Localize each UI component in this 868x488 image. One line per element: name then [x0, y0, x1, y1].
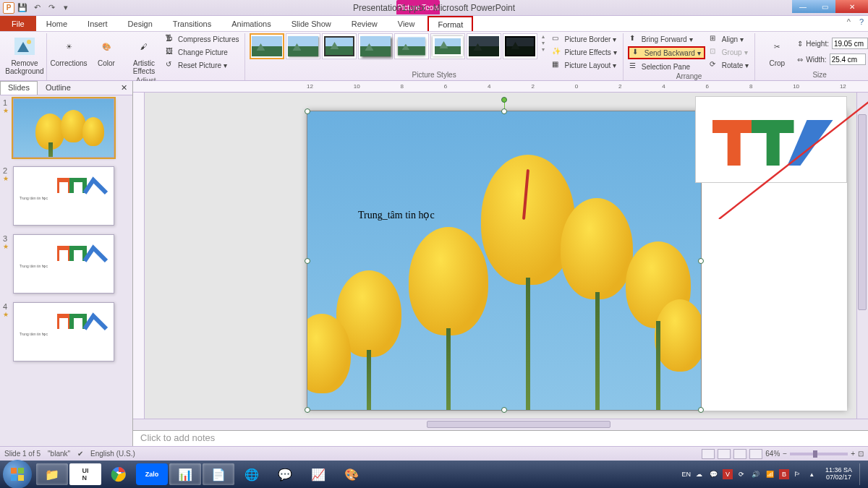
- picture-effects-button[interactable]: ✨Picture Effects ▾: [550, 46, 618, 58]
- maximize-button[interactable]: ▭: [814, 0, 835, 13]
- style-gallery-item[interactable]: [358, 33, 393, 59]
- selection-pane-button[interactable]: ☰Selection Pane: [628, 61, 705, 72]
- taskbar-paint-icon[interactable]: 🎨: [336, 463, 367, 485]
- notes-pane[interactable]: Click to add notes: [133, 430, 868, 446]
- slide-thumbnail[interactable]: Trung tâm tin học: [13, 166, 114, 226]
- taskbar-skype-icon[interactable]: 💬: [269, 463, 301, 485]
- tray-flag-icon[interactable]: 🏳: [792, 468, 804, 480]
- taskbar-excel-icon[interactable]: 📈: [302, 463, 334, 485]
- slide-thumbnail[interactable]: [13, 98, 114, 158]
- tab-view[interactable]: View: [388, 16, 425, 31]
- tab-slideshow[interactable]: Slide Show: [281, 16, 341, 31]
- artistic-effects-button[interactable]: 🖌 Artistic Effects: [127, 33, 161, 77]
- slide-thumbnail[interactable]: Trung tâm tin học: [13, 302, 114, 361]
- change-picture-button[interactable]: 🖼Change Picture: [164, 46, 240, 58]
- thumb-row[interactable]: 2★ Trung tâm tin học: [3, 166, 129, 226]
- help-icon[interactable]: ?: [855, 16, 868, 31]
- tray-v-icon[interactable]: V: [723, 469, 733, 479]
- horizontal-scrollbar[interactable]: [133, 419, 868, 430]
- undo-icon[interactable]: ↶: [30, 1, 43, 14]
- corrections-button[interactable]: ☀ Corrections: [51, 33, 86, 69]
- style-gallery-item[interactable]: [286, 33, 320, 59]
- slide-thumbnail[interactable]: Trung tâm tin học: [13, 234, 114, 294]
- app-icon[interactable]: P: [3, 2, 14, 14]
- reset-picture-button[interactable]: ↺Reset Picture ▾: [164, 59, 240, 71]
- picture-layout-button[interactable]: ▦Picture Layout ▾: [550, 59, 618, 71]
- color-button[interactable]: 🎨 Color: [89, 33, 124, 69]
- tray-volume-icon[interactable]: 🔊: [750, 468, 762, 480]
- gallery-more-icon[interactable]: ▴▾▾: [542, 33, 545, 53]
- picture-border-button[interactable]: ▭Picture Border ▾: [550, 33, 618, 45]
- close-button[interactable]: ✕: [835, 0, 868, 13]
- style-gallery-item[interactable]: [467, 33, 501, 59]
- start-button[interactable]: [3, 460, 32, 488]
- thumb-row[interactable]: 1★: [3, 98, 129, 158]
- thumb-row[interactable]: 4★ Trung tâm tin học: [3, 302, 129, 361]
- panel-close-icon[interactable]: ✕: [116, 81, 132, 95]
- tab-design[interactable]: Design: [118, 16, 163, 31]
- slide-canvas[interactable]: Trung_tâm tin học: [307, 111, 847, 411]
- tab-home[interactable]: Home: [36, 16, 77, 31]
- thumb-row[interactable]: 3★ Trung tâm tin học: [3, 234, 129, 294]
- taskbar-clock[interactable]: 11:36 SA 07/02/17: [821, 467, 856, 481]
- canvas-area[interactable]: Trung_tâm tin học: [133, 93, 868, 419]
- logo-image[interactable]: [695, 96, 847, 183]
- style-gallery-item[interactable]: [503, 33, 537, 59]
- tray-cloud-icon[interactable]: ☁: [694, 468, 705, 480]
- taskbar-zalo-icon[interactable]: Zalo: [136, 463, 168, 485]
- group-button[interactable]: ⊡Group ▾: [708, 46, 750, 58]
- tab-review[interactable]: Review: [341, 16, 388, 31]
- resize-handle[interactable]: [698, 407, 704, 413]
- save-icon[interactable]: 💾: [16, 1, 29, 14]
- zoom-in-button[interactable]: +: [851, 450, 855, 458]
- taskbar-unikey-icon[interactable]: UIN: [69, 463, 101, 485]
- taskbar-explorer-icon[interactable]: 📁: [36, 463, 68, 485]
- fit-to-window-button[interactable]: ⊡: [858, 450, 864, 458]
- resize-handle[interactable]: [305, 407, 310, 413]
- tab-file[interactable]: File: [0, 16, 36, 31]
- height-input[interactable]: [832, 38, 868, 49]
- taskbar-word-icon[interactable]: 📄: [203, 463, 234, 485]
- tab-format[interactable]: Format: [427, 16, 473, 31]
- lang-indicator[interactable]: EN: [681, 471, 691, 478]
- vertical-scrollbar[interactable]: [856, 93, 868, 419]
- resize-handle[interactable]: [305, 108, 310, 114]
- outline-tab[interactable]: Outline: [38, 81, 79, 95]
- bring-forward-button[interactable]: ⬆Bring Forward ▾: [628, 33, 705, 45]
- style-gallery-item[interactable]: [322, 33, 357, 59]
- minimize-button[interactable]: —: [792, 0, 814, 13]
- language-indicator[interactable]: English (U.S.): [90, 450, 135, 458]
- redo-icon[interactable]: ↷: [45, 1, 58, 14]
- spellcheck-icon[interactable]: ✔: [77, 450, 83, 458]
- remove-background-button[interactable]: Remove Background: [7, 33, 42, 77]
- reading-view-button[interactable]: [733, 449, 746, 459]
- ribbon-minimize-icon[interactable]: ^: [843, 16, 855, 31]
- normal-view-button[interactable]: [702, 449, 715, 459]
- sorter-view-button[interactable]: [718, 449, 731, 459]
- qat-dropdown-icon[interactable]: ▾: [59, 1, 72, 14]
- taskbar-chrome-icon[interactable]: [103, 463, 135, 485]
- style-gallery-item[interactable]: [250, 33, 284, 59]
- tray-update-icon[interactable]: ⟳: [736, 468, 747, 480]
- rotate-button[interactable]: ⟳Rotate ▾: [708, 59, 750, 71]
- taskbar-coccoc-icon[interactable]: 🌐: [236, 463, 268, 485]
- show-desktop-button[interactable]: [859, 463, 865, 485]
- zoom-slider[interactable]: [790, 453, 848, 455]
- send-backward-button[interactable]: ⬇Send Backward ▾: [628, 46, 705, 59]
- tray-network-icon[interactable]: 📶: [765, 468, 776, 480]
- tray-expand-icon[interactable]: ▴: [807, 468, 818, 480]
- compress-pictures-button[interactable]: 🗜Compress Pictures: [164, 33, 240, 45]
- tray-b-icon[interactable]: B: [779, 469, 789, 479]
- slides-tab[interactable]: Slides: [0, 81, 38, 95]
- resize-handle[interactable]: [698, 258, 704, 264]
- tab-animations[interactable]: Animations: [221, 16, 281, 31]
- crop-button[interactable]: ✂ Crop: [760, 33, 794, 69]
- resize-handle[interactable]: [501, 407, 507, 413]
- resize-handle[interactable]: [501, 108, 507, 114]
- width-input[interactable]: [830, 53, 866, 65]
- tab-insert[interactable]: Insert: [77, 16, 118, 31]
- style-gallery-item[interactable]: [430, 33, 465, 59]
- rotation-handle[interactable]: [501, 97, 507, 103]
- taskbar-powerpoint-icon[interactable]: 📊: [169, 463, 201, 485]
- tray-chat-icon[interactable]: 💬: [708, 468, 720, 480]
